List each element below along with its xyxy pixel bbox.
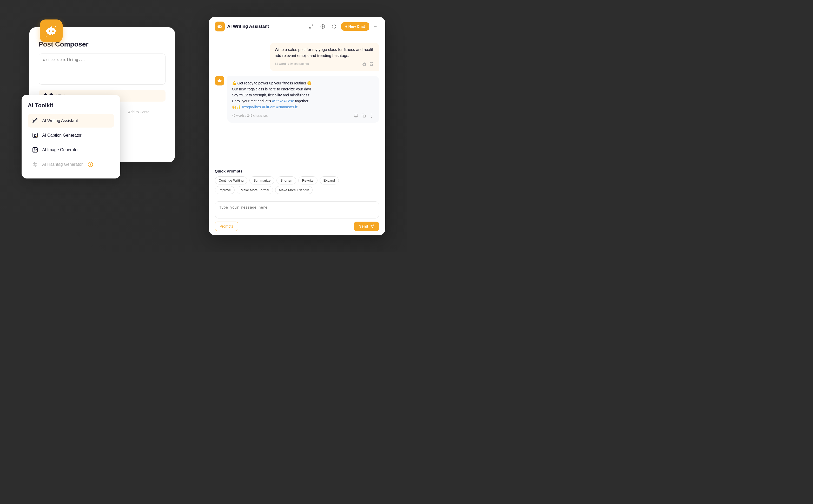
prompt-rewrite[interactable]: Rewrite — [298, 176, 318, 184]
caption-generator-label: AI Caption Generator — [42, 133, 82, 138]
svg-point-19 — [220, 26, 221, 27]
prompt-expand[interactable]: Expand — [320, 176, 339, 184]
svg-rect-7 — [49, 34, 51, 35]
quick-prompts-title: Quick Prompts — [215, 169, 379, 173]
send-label: Send — [359, 224, 368, 228]
svg-rect-22 — [221, 26, 222, 27]
toolkit-item-caption-generator[interactable]: AI Caption Generator — [28, 129, 114, 142]
svg-rect-0 — [47, 28, 55, 34]
ai-word-count: 40 words / 242 characters — [232, 114, 268, 117]
svg-rect-27 — [218, 80, 221, 82]
toolkit-item-hashtag-generator[interactable]: AI Hashtag Generator i — [28, 158, 114, 171]
prompt-shorten[interactable]: Shorten — [276, 176, 296, 184]
new-chat-button[interactable]: + New Chat — [341, 22, 369, 31]
svg-text:▶: ▶ — [46, 36, 47, 37]
composer-textarea[interactable] — [39, 54, 166, 85]
send-button[interactable]: Send — [354, 222, 379, 231]
prompt-more-formal[interactable]: Make More Formal — [237, 186, 273, 194]
svg-point-18 — [219, 26, 219, 27]
svg-point-4 — [51, 26, 52, 27]
svg-rect-24 — [220, 28, 221, 28]
close-button[interactable]: − — [372, 23, 379, 30]
user-word-count: 14 words / 94 characters — [275, 62, 309, 66]
user-message-meta: 14 words / 94 characters — [275, 61, 374, 67]
svg-rect-5 — [46, 30, 47, 32]
writing-assistant-icon — [31, 117, 39, 124]
user-message-text: Write a sales post for my yoga class for… — [275, 47, 374, 58]
svg-rect-8 — [52, 34, 53, 35]
svg-rect-26 — [363, 63, 366, 66]
svg-rect-35 — [354, 114, 358, 116]
toolkit-item-writing-assistant[interactable]: AI Writing Assistant — [28, 114, 114, 128]
ai-more-icon[interactable]: ⋮ — [369, 113, 374, 118]
svg-point-2 — [52, 30, 54, 32]
hashtag-info-icon[interactable]: i — [88, 162, 93, 167]
svg-rect-23 — [219, 28, 220, 28]
toolkit-item-image-generator[interactable]: AI Image Generator — [28, 143, 114, 157]
chat-bot-icon — [215, 22, 225, 31]
user-message-actions — [361, 61, 374, 67]
svg-text:✦: ✦ — [55, 26, 56, 28]
prompt-continue-writing[interactable]: Continue Writing — [215, 176, 248, 184]
svg-text:✦: ✦ — [45, 25, 47, 27]
chat-panel: AI Writing Assistant — [209, 17, 385, 235]
save-icon[interactable] — [369, 61, 374, 67]
ai-toolkit-panel: AI Toolkit AI Writing Assistant — [22, 95, 120, 178]
svg-rect-32 — [221, 80, 222, 81]
quick-prompts-section: Quick Prompts Continue Writing Summarize… — [209, 165, 385, 198]
chat-body: Write a sales post for my yoga class for… — [209, 36, 385, 165]
ai-message-bubble: 💪 Get ready to power up your fitness rou… — [227, 76, 379, 123]
svg-rect-20 — [219, 25, 220, 25]
ai-message-text: 💪 Get ready to power up your fitness rou… — [232, 80, 374, 110]
caption-generator-icon — [31, 132, 39, 139]
hashtag-generator-label: AI Hashtag Generator — [42, 162, 83, 167]
chat-title: AI Writing Assistant — [227, 24, 304, 29]
svg-rect-36 — [363, 115, 366, 117]
quick-prompts-row-1: Continue Writing Summarize Shorten Rewri… — [215, 176, 379, 184]
prompt-summarize[interactable]: Summarize — [249, 176, 274, 184]
chat-header-actions: + New Chat − — [307, 22, 379, 31]
ai-avatar — [215, 76, 224, 85]
prompts-button[interactable]: Prompts — [215, 222, 238, 231]
user-message-bubble: Write a sales post for my yoga class for… — [270, 43, 379, 71]
prompt-more-friendly[interactable]: Make More Friendly — [275, 186, 313, 194]
prompt-improve[interactable]: Improve — [215, 186, 235, 194]
ai-message-actions: ⋮ — [353, 113, 374, 118]
chat-input-wrapper — [215, 201, 379, 218]
dollar-icon[interactable] — [318, 22, 327, 31]
image-generator-icon — [31, 146, 39, 154]
chat-input[interactable] — [219, 205, 375, 214]
ai-message-meta: 40 words / 242 characters — [232, 113, 374, 118]
svg-rect-34 — [220, 82, 220, 82]
svg-rect-30 — [219, 79, 220, 80]
svg-point-15 — [34, 149, 35, 149]
svg-rect-33 — [219, 82, 219, 82]
svg-rect-31 — [217, 80, 218, 81]
image-generator-label: AI Image Generator — [42, 148, 79, 152]
robot-badge-icon: ✦ ✦ ▶ — [40, 19, 63, 42]
hashtag-generator-icon — [31, 161, 39, 168]
writing-assistant-label: AI Writing Assistant — [42, 118, 78, 123]
toolkit-title: AI Toolkit — [28, 102, 114, 109]
schedule-option-content[interactable]: Add to Content Cate — [123, 107, 159, 117]
svg-rect-21 — [217, 26, 218, 27]
svg-point-29 — [220, 81, 220, 81]
quick-prompts-row-2: Improve Make More Formal Make More Frien… — [215, 186, 379, 194]
ai-message-row: 💪 Get ready to power up your fitness rou… — [215, 76, 379, 123]
chat-header: AI Writing Assistant — [209, 17, 385, 36]
expand-icon[interactable] — [307, 22, 316, 31]
chat-input-area: Prompts Send — [209, 198, 385, 235]
copy-icon[interactable] — [361, 61, 367, 67]
ai-regenerate-icon[interactable] — [353, 113, 359, 118]
svg-point-28 — [219, 81, 219, 81]
new-chat-label: + New Chat — [345, 24, 365, 29]
ai-copy-icon[interactable] — [361, 113, 367, 118]
chat-input-footer: Prompts Send — [215, 222, 379, 231]
svg-point-1 — [49, 30, 50, 32]
svg-rect-17 — [218, 25, 222, 28]
history-icon[interactable] — [330, 22, 339, 31]
svg-rect-6 — [55, 30, 56, 32]
